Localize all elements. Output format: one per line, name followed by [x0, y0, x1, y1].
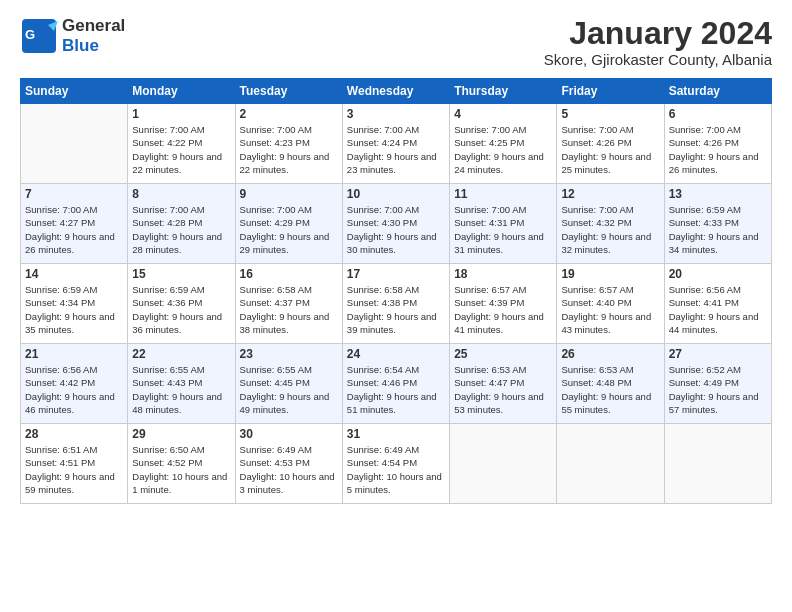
calendar-week-row: 7Sunrise: 7:00 AMSunset: 4:27 PMDaylight… [21, 184, 772, 264]
day-number: 5 [561, 107, 659, 121]
daylight-text: Daylight: 9 hours and 22 minutes. [240, 151, 330, 175]
daylight-text: Daylight: 9 hours and 22 minutes. [132, 151, 222, 175]
day-number: 26 [561, 347, 659, 361]
sunrise-text: Sunrise: 6:54 AM [347, 364, 419, 375]
sunrise-text: Sunrise: 7:00 AM [240, 124, 312, 135]
day-info: Sunrise: 7:00 AMSunset: 4:23 PMDaylight:… [240, 123, 338, 176]
day-number: 28 [25, 427, 123, 441]
sunrise-text: Sunrise: 6:55 AM [240, 364, 312, 375]
day-info: Sunrise: 6:55 AMSunset: 4:43 PMDaylight:… [132, 363, 230, 416]
col-saturday: Saturday [664, 79, 771, 104]
day-number: 18 [454, 267, 552, 281]
day-info: Sunrise: 6:55 AMSunset: 4:45 PMDaylight:… [240, 363, 338, 416]
col-wednesday: Wednesday [342, 79, 449, 104]
sunrise-text: Sunrise: 6:53 AM [561, 364, 633, 375]
day-number: 14 [25, 267, 123, 281]
day-number: 4 [454, 107, 552, 121]
day-number: 7 [25, 187, 123, 201]
day-number: 9 [240, 187, 338, 201]
sunrise-text: Sunrise: 6:52 AM [669, 364, 741, 375]
sunrise-text: Sunrise: 6:49 AM [347, 444, 419, 455]
table-row: 12Sunrise: 7:00 AMSunset: 4:32 PMDayligh… [557, 184, 664, 264]
sunset-text: Sunset: 4:36 PM [132, 297, 202, 308]
sunrise-text: Sunrise: 6:49 AM [240, 444, 312, 455]
sunset-text: Sunset: 4:54 PM [347, 457, 417, 468]
daylight-text: Daylight: 9 hours and 41 minutes. [454, 311, 544, 335]
day-number: 29 [132, 427, 230, 441]
daylight-text: Daylight: 9 hours and 24 minutes. [454, 151, 544, 175]
daylight-text: Daylight: 9 hours and 55 minutes. [561, 391, 651, 415]
table-row: 21Sunrise: 6:56 AMSunset: 4:42 PMDayligh… [21, 344, 128, 424]
daylight-text: Daylight: 9 hours and 34 minutes. [669, 231, 759, 255]
day-number: 21 [25, 347, 123, 361]
day-info: Sunrise: 6:50 AMSunset: 4:52 PMDaylight:… [132, 443, 230, 496]
day-info: Sunrise: 7:00 AMSunset: 4:29 PMDaylight:… [240, 203, 338, 256]
daylight-text: Daylight: 9 hours and 59 minutes. [25, 471, 115, 495]
sunset-text: Sunset: 4:42 PM [25, 377, 95, 388]
day-number: 23 [240, 347, 338, 361]
table-row: 23Sunrise: 6:55 AMSunset: 4:45 PMDayligh… [235, 344, 342, 424]
sunset-text: Sunset: 4:32 PM [561, 217, 631, 228]
table-row: 9Sunrise: 7:00 AMSunset: 4:29 PMDaylight… [235, 184, 342, 264]
table-row [557, 424, 664, 504]
day-number: 13 [669, 187, 767, 201]
day-info: Sunrise: 6:53 AMSunset: 4:48 PMDaylight:… [561, 363, 659, 416]
daylight-text: Daylight: 9 hours and 32 minutes. [561, 231, 651, 255]
sunset-text: Sunset: 4:41 PM [669, 297, 739, 308]
day-number: 11 [454, 187, 552, 201]
sunset-text: Sunset: 4:38 PM [347, 297, 417, 308]
sunrise-text: Sunrise: 6:53 AM [454, 364, 526, 375]
daylight-text: Daylight: 9 hours and 39 minutes. [347, 311, 437, 335]
calendar-table: Sunday Monday Tuesday Wednesday Thursday… [20, 78, 772, 504]
daylight-text: Daylight: 9 hours and 46 minutes. [25, 391, 115, 415]
table-row: 2Sunrise: 7:00 AMSunset: 4:23 PMDaylight… [235, 104, 342, 184]
day-number: 6 [669, 107, 767, 121]
day-info: Sunrise: 6:57 AMSunset: 4:40 PMDaylight:… [561, 283, 659, 336]
daylight-text: Daylight: 9 hours and 30 minutes. [347, 231, 437, 255]
sunrise-text: Sunrise: 6:57 AM [454, 284, 526, 295]
sunset-text: Sunset: 4:27 PM [25, 217, 95, 228]
sunset-text: Sunset: 4:37 PM [240, 297, 310, 308]
day-info: Sunrise: 6:59 AMSunset: 4:33 PMDaylight:… [669, 203, 767, 256]
svg-text:G: G [25, 27, 35, 42]
day-number: 24 [347, 347, 445, 361]
day-number: 2 [240, 107, 338, 121]
daylight-text: Daylight: 9 hours and 44 minutes. [669, 311, 759, 335]
sunset-text: Sunset: 4:30 PM [347, 217, 417, 228]
day-info: Sunrise: 6:59 AMSunset: 4:34 PMDaylight:… [25, 283, 123, 336]
day-info: Sunrise: 6:58 AMSunset: 4:37 PMDaylight:… [240, 283, 338, 336]
sunrise-text: Sunrise: 7:00 AM [669, 124, 741, 135]
sunset-text: Sunset: 4:53 PM [240, 457, 310, 468]
daylight-text: Daylight: 10 hours and 5 minutes. [347, 471, 442, 495]
sunset-text: Sunset: 4:26 PM [561, 137, 631, 148]
daylight-text: Daylight: 9 hours and 31 minutes. [454, 231, 544, 255]
table-row: 27Sunrise: 6:52 AMSunset: 4:49 PMDayligh… [664, 344, 771, 424]
calendar-week-row: 14Sunrise: 6:59 AMSunset: 4:34 PMDayligh… [21, 264, 772, 344]
sunrise-text: Sunrise: 7:00 AM [132, 204, 204, 215]
day-number: 16 [240, 267, 338, 281]
col-thursday: Thursday [450, 79, 557, 104]
day-info: Sunrise: 7:00 AMSunset: 4:25 PMDaylight:… [454, 123, 552, 176]
day-info: Sunrise: 7:00 AMSunset: 4:31 PMDaylight:… [454, 203, 552, 256]
sunrise-text: Sunrise: 7:00 AM [561, 124, 633, 135]
daylight-text: Daylight: 9 hours and 26 minutes. [669, 151, 759, 175]
sunrise-text: Sunrise: 6:56 AM [669, 284, 741, 295]
sunset-text: Sunset: 4:52 PM [132, 457, 202, 468]
calendar-week-row: 1Sunrise: 7:00 AMSunset: 4:22 PMDaylight… [21, 104, 772, 184]
day-number: 31 [347, 427, 445, 441]
sunset-text: Sunset: 4:43 PM [132, 377, 202, 388]
day-info: Sunrise: 7:00 AMSunset: 4:26 PMDaylight:… [669, 123, 767, 176]
page-title: January 2024 [544, 16, 772, 51]
day-number: 19 [561, 267, 659, 281]
table-row: 28Sunrise: 6:51 AMSunset: 4:51 PMDayligh… [21, 424, 128, 504]
daylight-text: Daylight: 9 hours and 29 minutes. [240, 231, 330, 255]
sunrise-text: Sunrise: 6:59 AM [669, 204, 741, 215]
sunrise-text: Sunrise: 7:00 AM [347, 204, 419, 215]
table-row [450, 424, 557, 504]
sunset-text: Sunset: 4:33 PM [669, 217, 739, 228]
sunrise-text: Sunrise: 7:00 AM [454, 124, 526, 135]
daylight-text: Daylight: 9 hours and 36 minutes. [132, 311, 222, 335]
day-number: 17 [347, 267, 445, 281]
day-info: Sunrise: 6:49 AMSunset: 4:53 PMDaylight:… [240, 443, 338, 496]
sunset-text: Sunset: 4:48 PM [561, 377, 631, 388]
